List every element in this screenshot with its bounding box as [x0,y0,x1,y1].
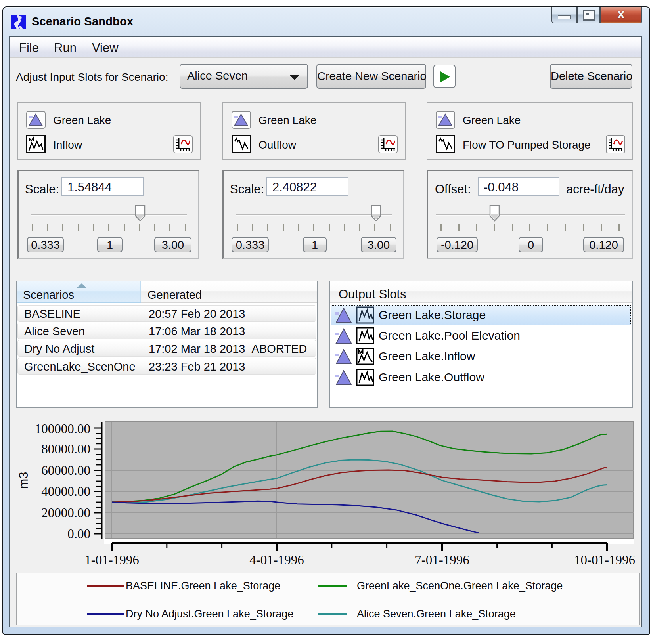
svg-text:80000.00: 80000.00 [41,442,90,456]
svg-text:40000.00: 40000.00 [41,484,90,499]
svg-text:10-01-1996: 10-01-1996 [574,553,635,567]
svg-text:60000.00: 60000.00 [41,463,90,478]
svg-text:7-01-1996: 7-01-1996 [415,553,469,567]
svg-text:1-01-1996: 1-01-1996 [84,553,139,567]
svg-text:m3: m3 [17,472,31,489]
svg-text:4-01-1996: 4-01-1996 [249,553,304,567]
svg-text:100000.00: 100000.00 [35,422,90,436]
svg-text:0.00: 0.00 [67,527,90,541]
svg-text:20000.00: 20000.00 [41,506,90,520]
